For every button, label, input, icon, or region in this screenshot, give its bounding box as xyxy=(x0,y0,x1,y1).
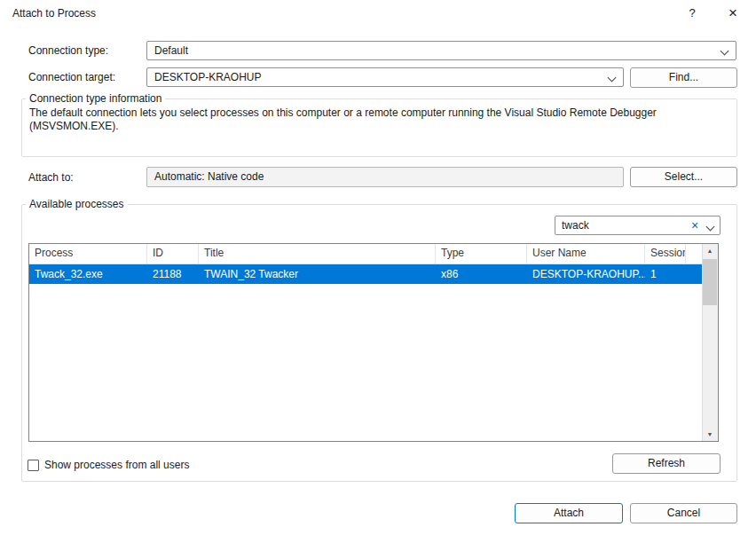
cell-title: TWAIN_32 Twacker xyxy=(199,264,436,284)
chevron-down-icon xyxy=(706,223,715,232)
select-button[interactable]: Select... xyxy=(630,167,737,187)
column-header-type[interactable]: Type xyxy=(436,244,527,264)
column-header-process[interactable]: Process xyxy=(29,244,147,264)
attach-to-label: Attach to: xyxy=(28,168,74,187)
connection-type-label: Connection type: xyxy=(28,41,108,60)
process-search-input[interactable] xyxy=(555,219,686,232)
vertical-scrollbar[interactable]: ▲ ▼ xyxy=(702,244,718,441)
chevron-down-icon xyxy=(721,47,729,56)
column-header-id[interactable]: ID xyxy=(147,244,199,264)
help-icon[interactable]: ? xyxy=(674,0,710,27)
dialog-title: Attach to Process xyxy=(12,0,96,27)
search-dropdown-button[interactable] xyxy=(704,216,720,234)
attach-button[interactable]: Attach xyxy=(515,503,623,523)
connection-info-group: Connection type information The default … xyxy=(21,92,737,157)
connection-target-label: Connection target: xyxy=(28,67,115,87)
table-empty-area xyxy=(29,284,702,441)
scroll-up-icon[interactable]: ▲ xyxy=(703,248,717,254)
cell-process: Twack_32.exe xyxy=(29,264,147,284)
cell-session: 1 xyxy=(645,264,686,284)
cell-filler xyxy=(686,264,702,284)
table-header-row: Process ID Title Type User Name Session xyxy=(29,244,702,264)
connection-info-group-label: Connection type information xyxy=(26,92,165,105)
process-search-box[interactable]: × xyxy=(555,216,721,235)
connection-target-value: DESKTOP-KRAOHUP xyxy=(154,68,261,86)
column-header-user-name[interactable]: User Name xyxy=(527,244,645,264)
scroll-down-icon[interactable]: ▼ xyxy=(703,431,717,437)
refresh-button[interactable]: Refresh xyxy=(612,453,721,474)
clear-search-icon[interactable]: × xyxy=(686,216,704,234)
column-header-filler xyxy=(686,244,702,264)
find-button[interactable]: Find... xyxy=(630,67,737,88)
connection-type-value: Default xyxy=(154,42,188,59)
cancel-button[interactable]: Cancel xyxy=(630,503,737,523)
attach-to-value: Automatic: Native code xyxy=(154,168,264,186)
connection-target-dropdown[interactable]: DESKTOP-KRAOHUP xyxy=(146,67,624,87)
title-bar: Attach to Process ? × xyxy=(0,0,756,27)
scrollbar-thumb[interactable] xyxy=(703,259,717,305)
show-all-users-label[interactable]: Show processes from all users xyxy=(44,458,189,472)
connection-info-text: The default connection lets you select p… xyxy=(29,106,688,133)
table-row[interactable]: Twack_32.exe 21188 TWAIN_32 Twacker x86 … xyxy=(29,264,702,284)
show-all-users-checkbox[interactable] xyxy=(28,460,39,471)
cell-id: 21188 xyxy=(147,264,199,284)
connection-type-dropdown[interactable]: Default xyxy=(146,41,736,60)
column-header-session[interactable]: Session xyxy=(645,244,686,264)
cell-type: x86 xyxy=(436,264,527,284)
available-processes-group-label: Available processes xyxy=(26,198,128,210)
close-icon[interactable]: × xyxy=(715,0,751,27)
cell-user-name: DESKTOP-KRAOHUP... xyxy=(527,264,645,284)
process-table: Process ID Title Type User Name Session … xyxy=(28,243,719,442)
chevron-down-icon xyxy=(608,74,617,83)
column-header-title[interactable]: Title xyxy=(199,244,436,264)
attach-to-field: Automatic: Native code xyxy=(146,167,624,187)
